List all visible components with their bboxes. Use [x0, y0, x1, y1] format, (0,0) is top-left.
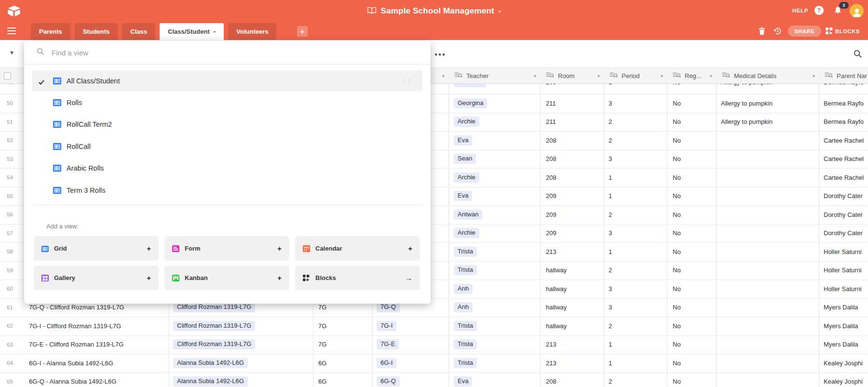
linked-record-pill[interactable]: Archie — [454, 173, 479, 183]
cell-parent[interactable]: Bermea Rayfo — [824, 113, 868, 132]
cell-code[interactable]: 6G-I — [377, 354, 448, 373]
linked-record-pill[interactable]: Clifford Rozman 1319-L7G — [173, 302, 255, 312]
cell-room[interactable]: 211 — [546, 113, 604, 132]
add-view-kanban-button[interactable]: Kanban+ — [164, 266, 289, 290]
linked-record-pill[interactable]: Archie — [454, 228, 479, 238]
add-view-action-icon[interactable]: + — [147, 274, 151, 282]
cell-code[interactable]: 7G-I — [377, 317, 448, 335]
cell-reg[interactable]: No — [673, 187, 716, 206]
cell-teacher[interactable]: Anh — [454, 298, 540, 317]
view-item-rollcall[interactable]: RollCall — [24, 135, 431, 157]
add-view-action-icon[interactable]: + — [147, 244, 151, 253]
cell-teacher[interactable]: Trista — [454, 317, 540, 335]
blocks-button[interactable]: BLOCKS — [835, 28, 860, 34]
cell-parent[interactable]: Cartee Rachel — [824, 150, 868, 169]
add-view-action-icon[interactable]: + — [277, 274, 282, 282]
cell-room[interactable]: 213 — [546, 354, 604, 373]
cell-period[interactable]: 2 — [609, 261, 667, 280]
add-view-action-icon[interactable]: + — [277, 244, 282, 253]
cell-room[interactable]: 208 — [546, 373, 604, 387]
linked-record-pill[interactable]: 6G-Q — [377, 376, 400, 387]
linked-record-pill[interactable]: Eva — [454, 191, 472, 201]
cell-room[interactable]: hallway — [546, 317, 604, 335]
cell-parent[interactable]: Myers Dalila — [824, 317, 868, 335]
trash-icon[interactable] — [758, 27, 766, 35]
cell-period[interactable]: 3 — [609, 94, 667, 113]
cell-teacher[interactable]: Eva — [454, 373, 540, 387]
cell-reg[interactable]: No — [673, 205, 716, 224]
cell-room[interactable]: 208 — [546, 150, 604, 169]
cell-room[interactable]: 208 — [546, 168, 604, 187]
cell-name[interactable]: 7G-I - Clifford Rozman 1319-L7G — [29, 317, 169, 335]
cell-room[interactable]: 209 — [546, 224, 604, 243]
cell-parent[interactable]: Kealey Josphi — [824, 373, 868, 387]
cell-medical[interactable]: Allergy to pumpkin — [721, 113, 819, 132]
cell-reg[interactable]: No — [673, 113, 716, 132]
cell-period[interactable]: 2 — [609, 131, 667, 150]
cell-parent[interactable]: Cartee Rachel — [824, 131, 868, 150]
cell-parent[interactable]: Dorothy Cater — [824, 187, 868, 206]
cell-code[interactable]: 7G-E — [377, 335, 448, 354]
column-header-teacher[interactable]: Teacher▾ — [448, 68, 540, 83]
cell-period[interactable]: 1 — [609, 354, 667, 373]
view-item-arabic-rolls[interactable]: Arabic Rolls — [24, 157, 431, 179]
cell-period[interactable]: 2 — [609, 205, 667, 224]
cell-name[interactable]: 7G-E - Clifford Rozman 1319-L7G — [29, 335, 169, 354]
linked-record-pill[interactable]: Eva — [454, 376, 472, 387]
linked-record-pill[interactable]: Trista — [454, 358, 477, 368]
cell-reg[interactable]: No — [673, 335, 716, 354]
linked-record-pill[interactable]: Antwan — [454, 210, 482, 220]
search-records-icon[interactable] — [854, 50, 862, 58]
cell-room[interactable]: hallway — [546, 298, 604, 317]
cell-parent[interactable]: Cartee Rachel — [824, 168, 868, 187]
airtable-logo-icon[interactable] — [8, 5, 21, 17]
cell-room[interactable]: 209 — [546, 205, 604, 224]
cell-period[interactable]: 3 — [609, 150, 667, 169]
cell-room[interactable]: 213 — [546, 335, 604, 354]
add-view-action-icon[interactable]: → — [405, 274, 412, 282]
linked-record-pill[interactable]: Sean — [454, 154, 476, 164]
drag-handle-icon[interactable]: ⋮⋮ — [402, 78, 411, 84]
cell-teacher[interactable]: Antwan — [454, 205, 540, 224]
cell-parent[interactable]: Holler Saturni — [824, 242, 868, 261]
linked-record-pill[interactable]: Anh — [454, 302, 473, 312]
cell-reg[interactable]: No — [673, 280, 716, 298]
share-button[interactable]: SHARE — [788, 26, 821, 37]
add-view-blocks-button[interactable]: Blocks→ — [295, 266, 420, 290]
add-view-form-button[interactable]: Form+ — [164, 236, 289, 261]
linked-record-pill[interactable]: Archie — [454, 117, 479, 127]
cell-room[interactable]: 211 — [546, 94, 604, 113]
linked-record-pill[interactable]: 7G-Q — [377, 302, 400, 312]
cell-medical[interactable]: Allergy to pumpkin — [721, 94, 819, 113]
help-question-icon[interactable]: ? — [814, 6, 824, 15]
cell-reg[interactable]: No — [673, 94, 716, 113]
tab-class-student[interactable]: Class/Student▾ — [160, 23, 224, 40]
linked-record-pill[interactable]: Alanna Subia 1492-L6G — [173, 358, 248, 368]
cell-reg[interactable]: No — [673, 131, 716, 150]
blocks-icon[interactable] — [826, 27, 834, 36]
expand-caret-icon[interactable]: ▼ — [9, 50, 14, 55]
cell-teacher[interactable]: Archie — [454, 113, 540, 132]
cell-period[interactable]: 2 — [609, 373, 667, 387]
cell-parent[interactable]: Dorothy Cater — [824, 205, 868, 224]
linked-record-pill[interactable]: Georgina — [454, 98, 487, 108]
cell-period[interactable]: 3 — [609, 298, 667, 317]
cell-teacher[interactable]: Eva — [454, 131, 540, 150]
column-header-period[interactable]: Period▾ — [604, 68, 667, 83]
cell-reg[interactable]: No — [673, 168, 716, 187]
linked-record-pill[interactable]: Trista — [454, 321, 477, 331]
cell-teacher[interactable]: Georgina — [454, 94, 540, 113]
cell-name[interactable]: 6G-I - Alanna Subia 1492-L6G — [29, 354, 169, 373]
cell-period[interactable]: 3 — [609, 224, 667, 243]
add-view-gallery-button[interactable]: Gallery+ — [34, 266, 159, 290]
cell-parent[interactable]: Dorothy Cater — [824, 224, 868, 243]
menu-hamburger-icon[interactable] — [7, 27, 16, 34]
cell-teacher[interactable]: Archie — [454, 224, 540, 243]
cell-parent[interactable]: Kealey Josphi — [824, 354, 868, 373]
history-icon[interactable] — [773, 27, 782, 35]
add-table-button[interactable]: + — [297, 26, 308, 37]
cell-year[interactable]: 6G — [318, 373, 372, 387]
cell-teacher[interactable]: Trista — [454, 354, 540, 373]
view-item-rollcall-term2[interactable]: RollCall Term2 — [24, 113, 431, 135]
column-header-reg[interactable]: Reg...▾ — [667, 68, 716, 83]
